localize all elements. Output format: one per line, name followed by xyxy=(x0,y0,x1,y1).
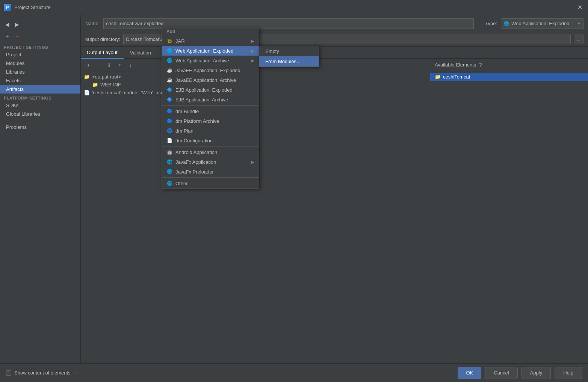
dropdown-item-dm-platform-archive[interactable]: 🔵 dm Platform Archive xyxy=(162,116,259,126)
layout-remove-button[interactable]: − xyxy=(94,60,103,69)
dropdown-item-javaee-archive[interactable]: ☕ JavaEE Application: Archive xyxy=(162,75,259,85)
dropdown-item-dm-plan[interactable]: 🌀 dm Plan xyxy=(162,126,259,136)
layout-move-down-button[interactable]: ↓ xyxy=(126,60,135,69)
available-elements-label: Available Elements xyxy=(435,62,476,68)
dropdown-item-ejb-archive[interactable]: 🔷 EJB Application: Archive xyxy=(162,95,259,104)
sidebar-item-modules[interactable]: Modules xyxy=(0,59,80,68)
type-select[interactable]: 🌐 Web Application: Exploded ▼ xyxy=(501,18,583,29)
dropdown-item-label: JavaFx Application xyxy=(175,159,216,165)
bottom-bar: Show content of elements ⋯ OK Cancel App… xyxy=(0,363,588,382)
dm-icon: 🔵 xyxy=(166,108,172,114)
platform-settings-label: Platform Settings xyxy=(0,94,80,101)
dropdown-item-label: JavaEE Application: Archive xyxy=(175,77,236,83)
folder-icon: 📁 xyxy=(84,74,90,80)
dropdown-divider xyxy=(162,105,259,106)
show-content-row: Show content of elements ⋯ xyxy=(6,370,79,376)
main-container: ◀ ▶ + − Project Settings Project Modules… xyxy=(0,15,588,363)
dropdown-item-label: EJB Application: Exploded xyxy=(175,87,233,93)
dropdown-item-label: dm Configuration xyxy=(175,138,213,143)
javafx-icon: 🌐 xyxy=(166,159,172,165)
submenu-item-empty[interactable]: Empty xyxy=(259,46,319,56)
available-item-ceshitomcat[interactable]: 📁 ceshiTomcat xyxy=(430,73,588,81)
nav-forward-button[interactable]: ▶ xyxy=(13,20,21,29)
cancel-button[interactable]: Cancel xyxy=(485,367,517,379)
android-icon: 🤖 xyxy=(166,149,172,155)
show-content-checkbox[interactable] xyxy=(6,370,11,376)
tab-output-layout[interactable]: Output Layout xyxy=(81,47,124,59)
apply-button[interactable]: Apply xyxy=(521,367,551,379)
dropdown-item-web-exploded[interactable]: 🌐 Web Application: Exploded ▶ Empty From… xyxy=(162,46,259,56)
sidebar-item-problems[interactable]: Problems xyxy=(0,123,80,131)
name-input[interactable] xyxy=(103,18,474,29)
dropdown-item-web-archive[interactable]: 🌐 Web Application: Archive ▶ xyxy=(162,56,259,65)
arrow-icon: ▶ xyxy=(251,49,254,53)
dropdown-item-dm-bundle[interactable]: 🔵 dm Bundle xyxy=(162,106,259,116)
dropdown-item-label: JavaFx Preloader xyxy=(175,169,214,175)
window-title: Project Structure xyxy=(14,5,51,10)
nav-arrows: ◀ ▶ xyxy=(0,18,80,31)
other-icon: 🌐 xyxy=(166,180,172,186)
dropdown-header: Add xyxy=(162,27,259,36)
tree-item-label: WEB-INF xyxy=(100,82,121,88)
dropdown-item-javaee-exploded[interactable]: ☕ JavaEE Application: Exploded xyxy=(162,65,259,75)
dropdown-item-label: JavaEE Application: Exploded xyxy=(175,68,240,73)
sidebar-item-artifacts[interactable]: Artifacts xyxy=(0,85,80,94)
dropdown-item-javafx-app[interactable]: 🌐 JavaFx Application ▶ xyxy=(162,157,259,167)
dropdown-item-label: Other xyxy=(175,181,188,186)
sidebar-item-libraries[interactable]: Libraries xyxy=(0,68,80,76)
layout-right-panel: Available Elements ? 📁 ceshiTomcat xyxy=(430,59,588,363)
add-dropdown: Add 🗜 JAR ▶ 🌐 Web Application: Exploded … xyxy=(162,27,259,189)
dropdown-item-label: Web Application: Exploded xyxy=(175,48,233,54)
browse-button[interactable]: … xyxy=(574,35,583,44)
sidebar-item-project[interactable]: Project xyxy=(0,50,80,59)
output-dir-label: output directory: xyxy=(85,36,120,42)
tab-validation[interactable]: Validation xyxy=(124,47,157,59)
resource-icon: 📄 xyxy=(84,90,90,95)
avail-item-label: ceshiTomcat xyxy=(443,74,470,80)
close-button[interactable]: ✕ xyxy=(575,3,584,12)
tree-item-label: <output root> xyxy=(92,74,121,80)
name-type-row: Name: Type: 🌐 Web Application: Exploded … xyxy=(81,15,588,32)
javaee-icon: ☕ xyxy=(166,77,172,83)
dropdown-item-ejb-exploded[interactable]: 🔷 EJB Application: Exploded xyxy=(162,85,259,95)
layout-move-up-button[interactable]: ↑ xyxy=(115,60,124,69)
dropdown-item-android[interactable]: 🤖 Android Application xyxy=(162,147,259,157)
submenu-item-from-modules[interactable]: From Modules... xyxy=(259,56,319,66)
output-layout: + − ⇓ ↑ ↓ 📁 <output root> 📁 WEB-INF xyxy=(81,59,588,363)
available-help-icon[interactable]: ? xyxy=(479,62,482,68)
javaee-icon: ☕ xyxy=(166,67,172,73)
dropdown-item-label: dm Bundle xyxy=(175,109,199,114)
show-content-label: Show content of elements xyxy=(14,370,71,376)
dropdown-item-jar[interactable]: 🗜 JAR ▶ xyxy=(162,36,259,46)
type-dropdown-arrow-icon: ▼ xyxy=(577,21,581,26)
add-artifact-button[interactable]: + xyxy=(3,33,11,41)
dropdown-divider2 xyxy=(162,146,259,146)
ok-button[interactable]: OK xyxy=(458,367,481,379)
app-icon: P xyxy=(4,4,11,11)
type-label: Type: xyxy=(485,21,497,26)
sidebar-item-facets[interactable]: Facets xyxy=(0,76,80,85)
sidebar-item-global-libraries[interactable]: Global Libraries xyxy=(0,110,80,118)
help-button[interactable]: Help xyxy=(555,367,582,379)
dropdown-item-other[interactable]: 🌐 Other xyxy=(162,178,259,188)
sidebar-item-sdks[interactable]: SDKs xyxy=(0,101,80,110)
dropdown-item-label: EJB Application: Archive xyxy=(175,97,228,103)
dropdown-item-label: Web Application: Archive xyxy=(175,58,229,63)
arrow-icon: ▶ xyxy=(251,160,254,164)
show-content-options-icon[interactable]: ⋯ xyxy=(74,370,79,376)
remove-artifact-button[interactable]: − xyxy=(14,33,22,41)
layout-add-button[interactable]: + xyxy=(84,60,93,69)
dropdown-item-dm-config[interactable]: 📄 dm Configuration xyxy=(162,136,259,145)
web-icon: 🌐 xyxy=(166,57,172,63)
dropdown-item-javafx-preloader[interactable]: 🌐 JavaFx Preloader xyxy=(162,167,259,177)
arrow-icon: ▶ xyxy=(251,59,254,63)
web-icon: 🌐 xyxy=(166,48,172,54)
jar-icon: 🗜 xyxy=(166,38,172,44)
ejb-icon: 🔷 xyxy=(166,97,172,103)
layout-move-into-button[interactable]: ⇓ xyxy=(105,60,114,69)
sidebar-toolbar: + − xyxy=(0,31,80,43)
dropdown-item-label: dm Platform Archive xyxy=(175,118,219,124)
ejb-icon: 🔷 xyxy=(166,87,172,93)
web-exploded-submenu: Empty From Modules... xyxy=(259,46,319,67)
nav-back-button[interactable]: ◀ xyxy=(3,20,11,29)
